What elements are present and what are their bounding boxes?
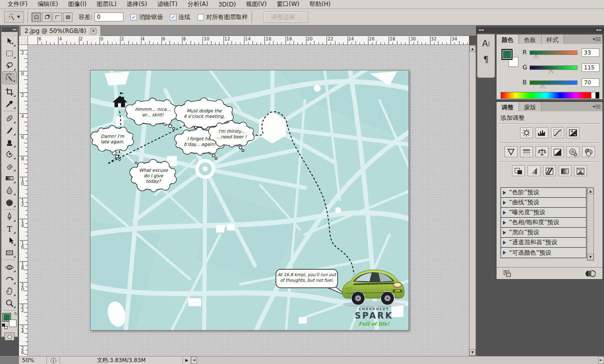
character-panel-icon[interactable]: A| (479, 36, 493, 50)
panel-menu-icon[interactable] (592, 37, 600, 42)
expand-triangle-icon[interactable] (503, 191, 506, 195)
channel-value-field[interactable]: 33 (582, 48, 600, 57)
channel-slider[interactable] (530, 50, 578, 55)
panel-menu-icon[interactable] (592, 104, 600, 110)
gradient-map-adjustment-button[interactable] (558, 165, 572, 176)
crop-tool[interactable] (2, 86, 16, 98)
rect-marquee-tool[interactable] (2, 47, 16, 59)
horizontal-scrollbar[interactable]: ◄ ► (191, 357, 604, 364)
lasso-tool[interactable] (2, 59, 16, 71)
expand-triangle-icon[interactable] (503, 241, 506, 245)
checkbox-1[interactable]: ✓消除锯齿 (130, 13, 163, 21)
black-white-adjustment-button[interactable] (551, 146, 564, 157)
slider-thumb[interactable] (540, 85, 545, 89)
selection-mode-new[interactable] (32, 12, 41, 22)
history-brush-tool[interactable] (2, 148, 16, 160)
swap-colors-icon[interactable]: ↻ (14, 312, 18, 316)
preset-row-3[interactable]: “曝光度”预设 (501, 208, 586, 218)
presets-scrollbar[interactable]: ▲ ▼ (587, 187, 594, 261)
channel-slider[interactable] (530, 65, 578, 70)
black-white-ramp[interactable] (592, 92, 600, 99)
preset-row-2[interactable]: “曲线”预设 (501, 198, 586, 208)
channel-value-field[interactable]: 70 (582, 78, 600, 87)
default-colors-icon[interactable] (2, 324, 6, 328)
move-tool[interactable] (2, 35, 16, 47)
shape-tool[interactable] (2, 247, 16, 259)
curves-adjustment-button[interactable] (551, 127, 564, 138)
healing-brush-tool[interactable] (2, 112, 16, 124)
menu-item-9[interactable]: 视图(V) (242, 0, 272, 9)
blur-tool[interactable] (2, 184, 16, 196)
expand-triangle-icon[interactable] (503, 211, 506, 215)
slider-thumb[interactable] (534, 55, 538, 59)
color-tab-1[interactable]: 颜色 (496, 34, 519, 44)
checkbox-3[interactable]: 对所有图层取样 (198, 13, 248, 21)
preset-row-4[interactable]: “色相/饱和度”预设 (501, 218, 586, 228)
zoom-level-field[interactable]: 50% (19, 357, 47, 364)
eraser-tool[interactable] (2, 160, 16, 172)
expanded-view-icon[interactable] (504, 270, 512, 277)
path-select-tool[interactable] (2, 235, 16, 247)
invert-adjustment-button[interactable] (512, 165, 525, 176)
expand-triangle-icon[interactable] (503, 231, 506, 235)
pen-tool[interactable] (2, 211, 16, 223)
expand-triangle-icon[interactable] (503, 201, 506, 205)
checkbox-2[interactable]: ✓连续 (170, 13, 190, 21)
posterize-adjustment-button[interactable] (528, 165, 540, 176)
background-color-swatch[interactable] (9, 320, 16, 327)
eyedropper-tool[interactable] (2, 98, 16, 110)
adjustments-tab-2[interactable]: 蒙版 (519, 102, 542, 111)
clone-stamp-tool[interactable] (2, 136, 16, 148)
zoom-tool[interactable] (2, 297, 16, 309)
color-spectrum-ramp[interactable] (500, 92, 592, 99)
preset-row-1[interactable]: “色阶”预设 (501, 188, 586, 198)
channel-value-field[interactable]: 115 (582, 63, 600, 72)
photo-filter-adjustment-button[interactable] (566, 146, 580, 157)
menu-item-3[interactable]: 图像(I) (64, 0, 91, 9)
expand-triangle-icon[interactable] (503, 221, 506, 225)
vertical-scrollbar[interactable]: ▲ ▼ (469, 45, 476, 356)
status-compass-icon[interactable] (47, 357, 60, 364)
selection-mode-add[interactable] (42, 12, 52, 22)
hue-saturation-adjustment-button[interactable] (520, 146, 533, 157)
expand-dock-icon[interactable]: ►► (596, 27, 602, 33)
menu-item-8[interactable]: 3D(D) (214, 0, 240, 8)
menu-item-5[interactable]: 选择(S) (122, 0, 152, 9)
expand-triangle-icon[interactable] (503, 251, 506, 255)
menu-item-2[interactable]: 编辑(E) (33, 0, 62, 9)
color-tab-2[interactable]: 色板 (519, 34, 542, 44)
color-balance-adjustment-button[interactable] (536, 146, 548, 157)
status-flyout-icon[interactable]: ▶ (183, 357, 191, 364)
menu-item-1[interactable]: 文件(F) (3, 0, 32, 9)
foreground-color-swatch-panel[interactable] (502, 49, 512, 60)
preset-row-6[interactable]: “通道混和器”预设 (501, 238, 586, 248)
scrollbar-track[interactable] (197, 357, 598, 364)
3d-orbit-tool[interactable] (2, 273, 16, 285)
burn-tool[interactable] (2, 196, 16, 208)
tolerance-input[interactable] (94, 12, 124, 21)
type-tool[interactable]: T (2, 223, 16, 235)
3d-rotate-tool[interactable] (2, 261, 16, 273)
scroll-right-icon[interactable]: ► (598, 357, 604, 364)
preset-row-5[interactable]: “黑白”预设 (501, 228, 586, 238)
toolbox-collapse-button[interactable]: ▸▸ (2, 27, 18, 32)
canvas-image[interactable]: Damn! I'mlate again.Hmmm... nice...er...… (90, 70, 409, 331)
toolbox-grip[interactable] (2, 32, 18, 35)
document-tab[interactable]: 2.jpg @ 50%(RGB/8) ✕ (20, 25, 101, 36)
gradient-tool[interactable] (2, 172, 16, 184)
adjustments-tab-1[interactable]: 调整 (496, 102, 519, 111)
scroll-left-icon[interactable]: ◄ (191, 357, 197, 364)
clip-and-visibility-icons[interactable] (584, 270, 596, 277)
channel-slider[interactable] (530, 80, 578, 85)
scroll-down-icon[interactable]: ▼ (588, 254, 594, 260)
collapse-dock-icon[interactable]: ◄◄ (478, 27, 484, 33)
checkbox-box[interactable]: ✓ (130, 14, 137, 20)
selection-mode-subtract[interactable] (52, 12, 62, 22)
magic-wand-tool[interactable] (2, 71, 16, 83)
color-tab-3[interactable]: 样式 (542, 34, 564, 44)
checkbox-box[interactable] (198, 14, 204, 20)
brush-tool[interactable] (2, 124, 16, 136)
brightness-contrast-adjustment-button[interactable] (520, 127, 533, 138)
scroll-up-icon[interactable]: ▲ (470, 45, 476, 52)
paragraph-panel-icon[interactable]: ¶ (479, 52, 493, 66)
